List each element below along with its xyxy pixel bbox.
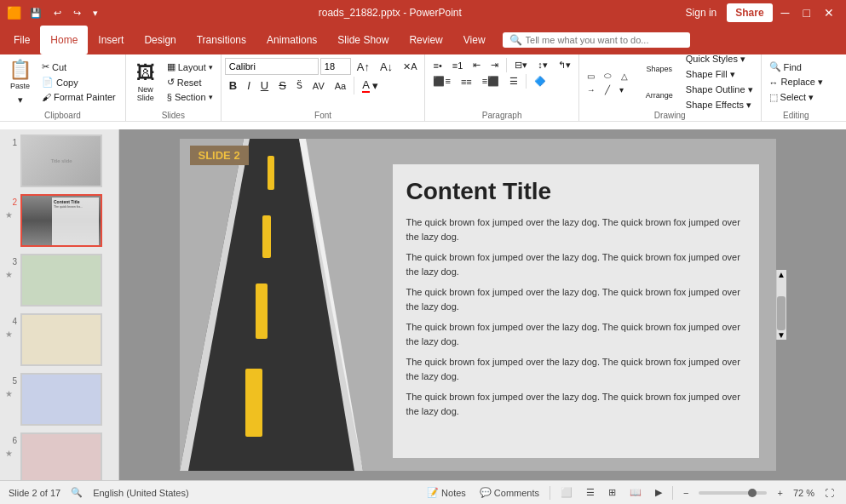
save-qat-button[interactable]: 💾: [26, 6, 45, 20]
minimize-button[interactable]: ─: [776, 4, 795, 21]
slide-thumbnail-5[interactable]: [20, 373, 102, 426]
menu-design[interactable]: Design: [134, 26, 186, 54]
menu-slideshow[interactable]: Slide Show: [327, 26, 399, 54]
copy-button[interactable]: 📄 Copy: [37, 75, 120, 89]
slide-thumbnail-4[interactable]: [20, 313, 102, 366]
zoom-slider[interactable]: [699, 491, 767, 495]
text-direction-button[interactable]: ↰▾: [554, 58, 575, 72]
menu-transitions[interactable]: Transitions: [187, 26, 256, 54]
columns-button[interactable]: ⊟▾: [510, 58, 532, 72]
section-button[interactable]: § Section ▾: [163, 90, 217, 104]
slides-panel[interactable]: 1 Title slide 2 ★ Co: [0, 129, 119, 480]
menu-insert[interactable]: Insert: [88, 26, 134, 54]
text-spacing-button[interactable]: AV: [308, 79, 329, 93]
accessibility-button[interactable]: 🔍: [71, 487, 83, 498]
undo-qat-button[interactable]: ↩: [50, 6, 65, 20]
scroll-down-button[interactable]: ▼: [777, 330, 786, 340]
align-left-button[interactable]: ⬛≡: [429, 74, 454, 89]
shape-fill-button[interactable]: Shape Fill ▾: [682, 67, 757, 82]
arrange-button[interactable]: Arrange: [638, 83, 681, 108]
find-button[interactable]: 🔍 Find: [765, 60, 827, 74]
shape-rect-button[interactable]: ▭: [583, 69, 599, 83]
paste-dropdown-button[interactable]: ▾: [14, 93, 27, 107]
font-name-input[interactable]: [225, 58, 319, 75]
slide-thumbnail-3[interactable]: [20, 254, 102, 306]
align-center-button[interactable]: ≡≡: [457, 75, 476, 89]
menu-animations[interactable]: Animations: [256, 26, 327, 54]
zoom-out-button[interactable]: −: [680, 486, 692, 500]
ribbon-content: 📋 Paste ▾ ✂ Cut 📄 Copy 🖌 Format Painter …: [0, 54, 846, 121]
cut-button[interactable]: ✂ Cut: [37, 60, 120, 74]
notes-button[interactable]: 📝 Notes: [423, 485, 469, 500]
decrease-font-button[interactable]: A↓: [376, 59, 397, 75]
shapes-more-button[interactable]: ▾: [615, 83, 628, 96]
select-button[interactable]: ⬚ Select ▾: [765, 90, 827, 105]
shape-triangle-button[interactable]: △: [617, 69, 632, 83]
slide-thumbnail-1[interactable]: Title slide: [20, 135, 102, 187]
slide-thumb-6[interactable]: 6 ★: [3, 431, 115, 480]
slide-thumb-5[interactable]: 5 ★: [3, 371, 115, 427]
menu-view[interactable]: View: [453, 26, 496, 54]
slide-thumbnail-2[interactable]: Content Title The quick brown fox...: [20, 194, 102, 247]
paste-button[interactable]: 📋 Paste: [3, 56, 37, 92]
font-color-button[interactable]: A ▾: [358, 77, 383, 94]
line-spacing-button[interactable]: ↕▾: [533, 58, 552, 72]
slide-thumb-1[interactable]: 1 Title slide: [3, 133, 115, 189]
zoom-in-button[interactable]: +: [774, 486, 786, 500]
increase-indent-button[interactable]: ⇥: [486, 58, 503, 72]
slide-sorter-button[interactable]: ⊞: [605, 485, 619, 500]
decrease-indent-button[interactable]: ⇤: [469, 58, 485, 72]
search-input[interactable]: [526, 35, 679, 45]
clear-format-button[interactable]: ✕A: [399, 60, 421, 74]
align-right-button[interactable]: ≡⬛: [478, 74, 504, 89]
close-button[interactable]: ✕: [819, 4, 839, 21]
replace-button[interactable]: ↔ Replace ▾: [765, 75, 827, 89]
menu-file[interactable]: File: [3, 26, 40, 54]
menu-home[interactable]: Home: [40, 26, 88, 54]
maximize-button[interactable]: □: [798, 4, 815, 21]
reset-button[interactable]: ↺ Reset: [163, 75, 217, 89]
slide-thumbnail-6[interactable]: [20, 432, 102, 480]
increase-font-button[interactable]: A↑: [353, 59, 374, 75]
slide-thumb-4[interactable]: 4 ★: [3, 312, 115, 368]
underline-button[interactable]: U: [256, 77, 273, 94]
customize-qat-button[interactable]: ▾: [89, 6, 101, 20]
font-change-button[interactable]: Aa: [331, 79, 350, 93]
comments-button[interactable]: 💬 Comments: [476, 485, 543, 500]
reading-view-button[interactable]: 📖: [626, 485, 645, 500]
outline-view-button[interactable]: ☰: [583, 485, 598, 500]
shape-arrow-button[interactable]: →: [583, 83, 600, 96]
share-button[interactable]: Share: [727, 3, 772, 22]
format-painter-button[interactable]: 🖌 Format Painter: [37, 90, 120, 104]
scroll-up-button[interactable]: ▲: [777, 270, 786, 279]
zoom-thumb[interactable]: [748, 489, 757, 497]
redo-qat-button[interactable]: ↪: [70, 6, 84, 20]
shape-effects-button[interactable]: Shape Effects ▾: [682, 98, 757, 112]
slide-thumb-2[interactable]: 2 ★ Content Title The quick brown fox...: [3, 192, 115, 249]
shape-oval-button[interactable]: ⬭: [600, 69, 616, 83]
layout-button[interactable]: ▦ Layout ▾: [163, 60, 217, 74]
slideshow-view-button[interactable]: ▶: [652, 485, 665, 500]
shapes-button[interactable]: Shapes: [638, 56, 681, 82]
bullets-button[interactable]: ≡•: [429, 59, 446, 72]
scrollbar-thumb[interactable]: [777, 296, 786, 330]
smart-art-button[interactable]: 🔷: [530, 74, 550, 89]
new-slide-button[interactable]: 🖼 NewSlide: [129, 58, 162, 106]
menu-review[interactable]: Review: [399, 26, 452, 54]
shape-line-button[interactable]: ╱: [601, 83, 614, 96]
italic-button[interactable]: I: [243, 77, 255, 94]
quick-styles-button[interactable]: Quick Styles ▾: [682, 52, 757, 66]
justify-button[interactable]: ☰: [505, 74, 522, 89]
shadow-button[interactable]: S̈: [292, 78, 307, 93]
bold-button[interactable]: B: [225, 77, 241, 94]
strikethrough-button[interactable]: S: [274, 77, 291, 94]
slide-thumb-3[interactable]: 3 ★: [3, 252, 115, 308]
slide-canvas[interactable]: SLIDE 2 Con: [180, 139, 776, 471]
fit-slide-button[interactable]: ⛶: [821, 486, 837, 500]
normal-view-button[interactable]: ⬜: [557, 485, 576, 500]
numbering-button[interactable]: ≡1: [448, 59, 468, 72]
signin-button[interactable]: Sign in: [679, 3, 724, 22]
shape-outline-button[interactable]: Shape Outline ▾: [682, 83, 757, 97]
font-size-input[interactable]: [320, 58, 351, 75]
vertical-scrollbar[interactable]: ▲ ▼: [776, 270, 786, 340]
